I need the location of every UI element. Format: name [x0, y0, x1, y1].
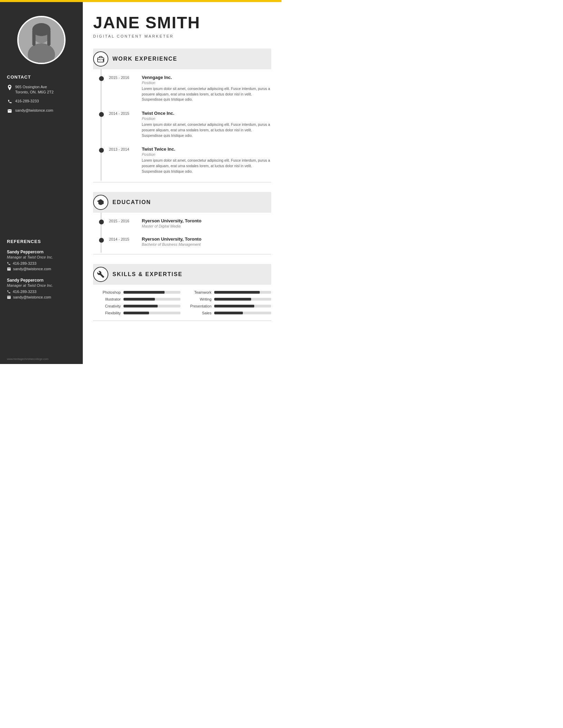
- skills-right: Teamwork Writing Presentation: [187, 290, 271, 315]
- skills-grid: Photoshop Illustrator Creativity: [93, 290, 271, 315]
- skills-section: SKILLS & EXPERTISE Photoshop Illustrator: [93, 264, 271, 321]
- edu-item-2: 2014 - 2015 Ryerson University, Toronto …: [109, 231, 271, 249]
- skill-photoshop-bar: [124, 291, 180, 294]
- work-experience-timeline: 2015 - 2016 Venngage Inc. Position Lorem…: [101, 69, 271, 181]
- skill-writing-bar: [214, 298, 271, 301]
- top-accent-bar: [0, 0, 282, 2]
- skills-header: SKILLS & EXPERTISE: [93, 264, 271, 285]
- references-title: REFERENCES: [7, 239, 76, 244]
- work-1-body: Venngage Inc. Position Lorem ipsum dolor…: [142, 75, 271, 102]
- avatar-container: [0, 2, 83, 74]
- skills-left: Photoshop Illustrator Creativity: [97, 290, 180, 315]
- skill-creativity: Creativity: [97, 304, 180, 308]
- address-text: 965 Ossington Ave Toronto, ON. M6G 2T2: [15, 84, 53, 95]
- education-timeline: 2015 - 2016 Ryerson University, Toronto …: [101, 213, 271, 253]
- tools-icon: [93, 267, 108, 282]
- address-item: 965 Ossington Ave Toronto, ON. M6G 2T2: [7, 84, 76, 95]
- skill-sales: Sales: [187, 311, 271, 315]
- reference-item-2: Sandy Peppercorn Manager at Twist Once I…: [7, 278, 76, 299]
- ref-1-title: Manager at Twist Once Inc.: [7, 255, 76, 259]
- edu-1-degree: Master of Digital Media: [142, 224, 271, 228]
- work-3-position: Position: [142, 152, 271, 156]
- work-experience-title: WORK EXPERIENCE: [112, 56, 177, 62]
- edu-2-date: 2014 - 2015: [109, 236, 135, 246]
- phone-icon: [7, 99, 12, 104]
- skill-presentation-bar: [214, 305, 271, 307]
- skill-illustrator-bar: [124, 298, 180, 301]
- edu-item-1: 2015 - 2016 Ryerson University, Toronto …: [109, 213, 271, 231]
- svg-rect-4: [32, 30, 36, 46]
- ref-2-email: sandy@twistonce.com: [7, 295, 76, 299]
- work-1-date: 2015 - 2016: [109, 75, 135, 102]
- avatar: [17, 16, 66, 64]
- email-text: sandy@twistonce.com: [15, 108, 53, 113]
- work-1-desc: Lorem ipsum dolor sit amet, consectetur …: [142, 86, 271, 102]
- work-2-company: Twist Once Inc.: [142, 111, 271, 116]
- skill-flexibility-bar: [124, 312, 180, 314]
- skill-photoshop-label: Photoshop: [97, 290, 121, 294]
- ref-1-email: sandy@twistonce.com: [7, 267, 76, 271]
- skill-sales-label: Sales: [187, 311, 211, 315]
- skill-illustrator-label: Illustrator: [97, 297, 121, 301]
- work-experience-header: WORK EXPERIENCE: [93, 49, 271, 69]
- skill-photoshop: Photoshop: [97, 290, 180, 294]
- ref-2-name: Sandy Peppercorn: [7, 278, 76, 283]
- work-3-company: Twist Twice Inc.: [142, 146, 271, 152]
- briefcase-icon: [93, 51, 108, 67]
- edu-2-body: Ryerson University, Toronto Bachelor of …: [142, 236, 271, 246]
- skill-creativity-label: Creativity: [97, 304, 121, 308]
- education-title: EDUCATION: [112, 199, 151, 205]
- watermark: www.heritagechristiancollege.com: [0, 354, 83, 364]
- graduation-icon: [93, 195, 108, 210]
- skill-teamwork-label: Teamwork: [187, 290, 211, 294]
- skill-illustrator: Illustrator: [97, 297, 180, 301]
- work-3-date: 2013 - 2014: [109, 146, 135, 174]
- ref-1-name: Sandy Peppercorn: [7, 250, 76, 254]
- work-item-2: 2014 - 2015 Twist Once Inc. Position Lor…: [109, 105, 271, 141]
- work-1-company: Venngage Inc.: [142, 75, 271, 80]
- work-1-position: Position: [142, 81, 271, 85]
- candidate-job-title: DIGITAL CONTENT MARKETER: [93, 34, 271, 38]
- sidebar: CONTACT 965 Ossington Ave Toronto, ON. M…: [0, 0, 83, 364]
- education-header: EDUCATION: [93, 192, 271, 213]
- skill-flexibility-label: Flexibility: [97, 311, 121, 315]
- skills-title: SKILLS & EXPERTISE: [112, 271, 182, 277]
- work-2-body: Twist Once Inc. Position Lorem ipsum dol…: [142, 111, 271, 138]
- phone-item: 416-289-3233: [7, 99, 76, 104]
- svg-rect-5: [47, 30, 50, 46]
- ref-1-phone: 416-289-3233: [7, 261, 76, 265]
- skill-flexibility: Flexibility: [97, 311, 180, 315]
- contact-title: CONTACT: [7, 74, 76, 80]
- contact-section: CONTACT 965 Ossington Ave Toronto, ON. M…: [0, 74, 83, 124]
- edu-2-degree: Bachelor of Business Management: [142, 242, 271, 246]
- main-content: JANE SMITH DIGITAL CONTENT MARKETER WORK…: [83, 0, 282, 364]
- edu-1-date: 2015 - 2016: [109, 218, 135, 228]
- work-2-desc: Lorem ipsum dolor sit amet, consectetur …: [142, 122, 271, 138]
- skill-presentation: Presentation: [187, 304, 271, 308]
- ref-2-phone: 416-289-3233: [7, 290, 76, 294]
- reference-item-1: Sandy Peppercorn Manager at Twist Once I…: [7, 250, 76, 271]
- skill-teamwork: Teamwork: [187, 290, 271, 294]
- work-item-1: 2015 - 2016 Venngage Inc. Position Lorem…: [109, 69, 271, 105]
- candidate-name: JANE SMITH: [93, 14, 271, 32]
- ref-2-title: Manager at Twist Once Inc.: [7, 283, 76, 287]
- skill-creativity-bar: [124, 305, 180, 307]
- references-section: REFERENCES Sandy Peppercorn Manager at T…: [0, 232, 83, 354]
- work-experience-section: WORK EXPERIENCE 2015 - 2016 Venngage Inc…: [93, 49, 271, 182]
- work-3-desc: Lorem ipsum dolor sit amet, consectetur …: [142, 158, 271, 174]
- edu-2-institution: Ryerson University, Toronto: [142, 236, 271, 242]
- skill-presentation-label: Presentation: [187, 304, 211, 308]
- location-icon: [7, 85, 12, 90]
- resume-header: JANE SMITH DIGITAL CONTENT MARKETER: [93, 14, 271, 38]
- edu-1-institution: Ryerson University, Toronto: [142, 218, 271, 223]
- work-2-position: Position: [142, 117, 271, 121]
- work-3-body: Twist Twice Inc. Position Lorem ipsum do…: [142, 146, 271, 174]
- skill-writing: Writing: [187, 297, 271, 301]
- email-icon: [7, 108, 12, 114]
- education-section: EDUCATION 2015 - 2016 Ryerson University…: [93, 192, 271, 254]
- email-item: sandy@twistonce.com: [7, 108, 76, 114]
- avatar-image: [19, 16, 64, 64]
- work-item-3: 2013 - 2014 Twist Twice Inc. Position Lo…: [109, 141, 271, 177]
- skill-teamwork-bar: [214, 291, 271, 294]
- edu-1-body: Ryerson University, Toronto Master of Di…: [142, 218, 271, 228]
